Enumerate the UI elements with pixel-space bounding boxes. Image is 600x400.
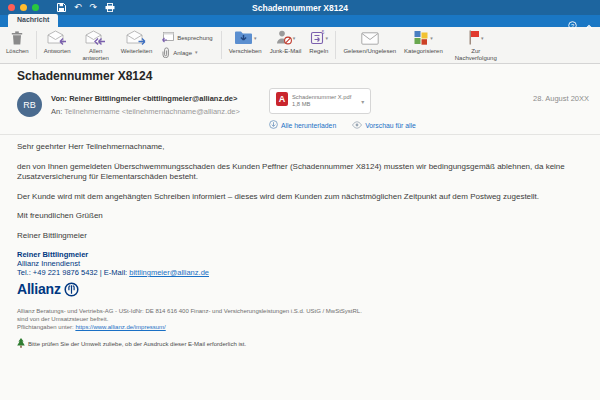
download-all-label: Alle herunterladen bbox=[281, 122, 336, 129]
legal-footer: Allianz Beratungs- und Vertriebs-AG - US… bbox=[0, 297, 600, 331]
minimize-window-button[interactable] bbox=[20, 4, 27, 11]
meeting-label: Besprechung bbox=[177, 35, 212, 41]
body-sender-name: Reiner Bittlingmeier bbox=[17, 231, 583, 242]
meeting-attach-group: Besprechung Anlage ▾ bbox=[156, 27, 217, 63]
signature-block: Reiner Bittlingmeier Allianz Innendienst… bbox=[0, 250, 600, 297]
sender-avatar[interactable]: RB bbox=[17, 92, 42, 117]
forward-label: Weiterleiten bbox=[121, 48, 153, 55]
impressum-link[interactable]: https://www.allianz.de/impressum/ bbox=[75, 324, 165, 330]
footer-line-1: Allianz Beratungs- und Vertriebs-AG - US… bbox=[17, 307, 583, 315]
eco-note: Bitte prüfen Sie der Umwelt zuliebe, ob … bbox=[0, 338, 600, 349]
close-window-button[interactable] bbox=[8, 4, 15, 11]
attachment-area: A Schadennummer X.pdf 1,8 MB ▾ Alle heru… bbox=[269, 88, 416, 130]
window-controls bbox=[8, 4, 39, 11]
message-header: RB Von: Reiner Bittlingmeier <bittlingme… bbox=[0, 88, 600, 130]
svg-text:?: ? bbox=[571, 23, 574, 29]
to-value: Teilnehmername <teilnehmernachname@allia… bbox=[64, 107, 240, 116]
download-all-link[interactable]: Alle herunterladen bbox=[269, 120, 336, 130]
save-icon[interactable] bbox=[57, 3, 66, 12]
zoom-window-button[interactable] bbox=[32, 4, 39, 11]
footer-line-3: Pflichtangaben unter: https://www.allian… bbox=[17, 323, 583, 331]
junk-label: Junk-E-Mail bbox=[270, 48, 302, 55]
junk-button[interactable]: ▾ Junk-E-Mail bbox=[266, 27, 306, 63]
junk-caret-icon: ▾ bbox=[293, 36, 296, 41]
message-body: Sehr geehrter Herr Teilnehmernachname, d… bbox=[0, 135, 600, 241]
outlook-message-window: ↶ ↷ Schadennummer X8124 Nachricht ? Lösc… bbox=[0, 0, 600, 400]
meeting-icon bbox=[161, 32, 174, 44]
attach-button[interactable]: Anlage ▾ bbox=[161, 47, 212, 59]
attach-label: Anlage bbox=[173, 50, 192, 56]
forward-icon bbox=[126, 30, 147, 46]
reply-button[interactable]: Antworten bbox=[40, 27, 75, 63]
title-bar: ↶ ↷ Schadennummer X8124 bbox=[0, 0, 600, 15]
preview-all-label: Vorschau für alle bbox=[365, 122, 416, 129]
trash-icon bbox=[11, 30, 23, 46]
signature-department: Allianz Innendienst bbox=[17, 259, 583, 268]
tree-icon bbox=[17, 338, 25, 349]
delete-label: Löschen bbox=[6, 48, 29, 55]
footer-line-2: sind von der Umsatzsteuer befreit. bbox=[17, 315, 583, 323]
tab-nachricht[interactable]: Nachricht bbox=[8, 14, 58, 27]
body-paragraph-2: Der Kunde wird mit dem angehängten Schre… bbox=[17, 192, 583, 203]
body-paragraph-1: den von Ihnen gemeldeten Überschwemmungs… bbox=[17, 162, 583, 183]
footer-line-3-prefix: Pflichtangaben unter: bbox=[17, 324, 75, 330]
categorize-caret-icon: ▾ bbox=[430, 36, 433, 41]
signature-name: Reiner Bittlingmeier bbox=[17, 250, 583, 259]
from-label: Von: bbox=[51, 94, 67, 103]
attachment-caret-icon[interactable]: ▾ bbox=[361, 98, 364, 105]
delete-button[interactable]: Löschen bbox=[2, 27, 33, 63]
undo-icon[interactable]: ↶ bbox=[74, 3, 82, 12]
svg-text:5: 5 bbox=[321, 30, 324, 35]
download-icon bbox=[269, 120, 278, 130]
message-pane: Schadennummer X8124 RB Von: Reiner Bittl… bbox=[0, 64, 600, 349]
paperclip-icon bbox=[161, 47, 170, 59]
body-closing: Mit freundlichen Grüßen bbox=[17, 211, 583, 222]
help-icon[interactable]: ? bbox=[568, 16, 577, 34]
eco-note-text: Bitte prüfen Sie der Umwelt zuliebe, ob … bbox=[28, 341, 246, 347]
signature-contact-prefix: Tel.: +49 221 9876 5432 | E-Mail: bbox=[17, 268, 129, 277]
follow-up-label: Zur Nachverfolgung bbox=[451, 48, 501, 61]
allianz-logo-text: Allianz bbox=[17, 285, 61, 294]
meeting-button[interactable]: Besprechung bbox=[161, 32, 212, 44]
rules-button[interactable]: 5▾ Regeln bbox=[305, 27, 332, 63]
body-greeting: Sehr geehrter Herr Teilnehmernachname, bbox=[17, 142, 583, 153]
move-label: Verschieben bbox=[229, 48, 262, 55]
message-subject: Schadennummer X8124 bbox=[0, 69, 600, 83]
reply-all-button[interactable]: Allen antworten bbox=[75, 27, 117, 63]
redo-icon[interactable]: ↷ bbox=[90, 3, 98, 12]
preview-all-link[interactable]: Vorschau für alle bbox=[352, 120, 416, 130]
print-icon[interactable] bbox=[105, 3, 115, 12]
allianz-emblem-icon bbox=[64, 282, 79, 297]
junk-person-icon bbox=[276, 30, 292, 47]
forward-button[interactable]: Weiterleiten bbox=[117, 27, 157, 63]
message-toolbar: Löschen Antworten Allen antworten Weiter… bbox=[0, 27, 600, 64]
collapse-ribbon-icon[interactable] bbox=[585, 16, 593, 34]
move-button[interactable]: ▾ Verschieben bbox=[225, 27, 266, 63]
from-value: Reiner Bittlingmeier <bittlingmeier@alli… bbox=[69, 94, 237, 103]
eye-icon bbox=[352, 121, 362, 130]
signature-email-link[interactable]: bittlingmeier@allianz.de bbox=[129, 268, 209, 277]
categorize-button[interactable]: ▾ Kategorisieren bbox=[400, 27, 447, 63]
rules-caret-icon: ▾ bbox=[326, 36, 329, 41]
move-folder-icon bbox=[234, 30, 253, 47]
allianz-logo: Allianz bbox=[17, 282, 583, 297]
follow-up-button[interactable]: ▾ Zur Nachverfolgung bbox=[447, 27, 505, 63]
reply-all-label: Allen antworten bbox=[79, 48, 113, 61]
read-unread-button[interactable]: Gelesen/Ungelesen bbox=[339, 27, 400, 63]
attachment-name: Schadennummer X.pdf bbox=[292, 94, 351, 102]
to-line: An: Teilnehmername <teilnehmernachname@a… bbox=[51, 107, 269, 116]
flag-icon bbox=[468, 30, 480, 47]
svg-text:A: A bbox=[279, 94, 286, 104]
envelope-icon bbox=[361, 30, 379, 46]
categorize-label: Kategorisieren bbox=[404, 48, 443, 55]
from-line: Von: Reiner Bittlingmeier <bittlingmeier… bbox=[51, 94, 269, 103]
message-date: 28. August 20XX bbox=[533, 94, 590, 103]
rules-label: Regeln bbox=[309, 48, 328, 55]
attachment-card[interactable]: A Schadennummer X.pdf 1,8 MB ▾ bbox=[269, 88, 371, 114]
ribbon-tab-bar: Nachricht ? bbox=[0, 15, 600, 27]
categorize-icon bbox=[414, 30, 429, 47]
to-label: An: bbox=[51, 107, 62, 116]
read-unread-label: Gelesen/Ungelesen bbox=[343, 48, 396, 55]
reply-label: Antworten bbox=[44, 48, 71, 55]
rules-icon: 5 bbox=[310, 30, 325, 47]
